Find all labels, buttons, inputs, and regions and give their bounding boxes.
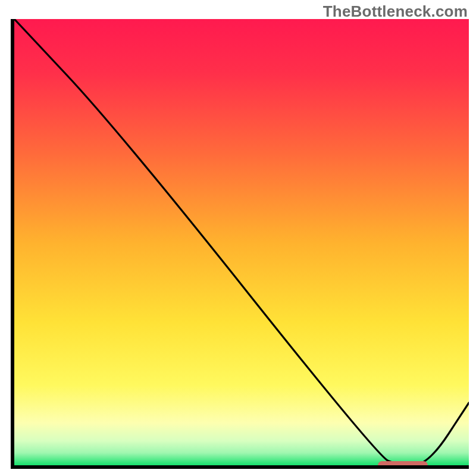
watermark-text: TheBottleneck.com	[323, 2, 468, 21]
chart-container: TheBottleneck.com	[0, 0, 476, 476]
svg-rect-0	[14, 19, 469, 465]
plot-background	[14, 19, 469, 465]
plot-frame	[11, 19, 469, 469]
